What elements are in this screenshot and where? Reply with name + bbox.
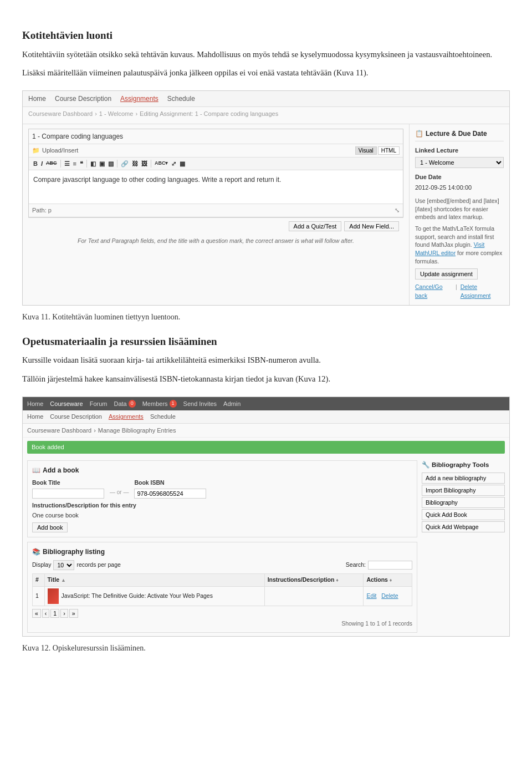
toolbar-align-left[interactable]: ◧	[89, 159, 97, 169]
bibliography-table: # Title ▲ Instructions/Description ♦ Act…	[32, 573, 412, 606]
breadcrumb-dashboard[interactable]: Courseware Dashboard	[28, 109, 93, 119]
delete-link[interactable]: Delete Assignment	[461, 283, 504, 301]
nav-course-description[interactable]: Course Description	[55, 94, 111, 104]
breadcrumb-sep2: ›	[135, 109, 137, 119]
listing-controls: Display 10 records per page Search:	[32, 560, 412, 570]
toolbar-ol[interactable]: ≡	[72, 159, 78, 169]
col-description[interactable]: Instructions/Description ♦	[264, 573, 364, 586]
nav2-home[interactable]: Home	[27, 399, 43, 409]
col-actions[interactable]: Actions ♦	[364, 573, 412, 586]
add-book-button[interactable]: Add book	[32, 522, 68, 532]
tools-title: 🔧 Bibliography Tools	[422, 460, 505, 470]
breadcrumb2-manage[interactable]: Manage Bibliography Entries	[98, 426, 176, 435]
toolbar-abc[interactable]: ABC	[45, 160, 58, 167]
book-isbn-input[interactable]	[134, 489, 206, 499]
nav2-admin[interactable]: Admin	[223, 399, 241, 409]
import-bibliography-button[interactable]: Import Bibliography	[422, 485, 505, 496]
display-controls: Display 10 records per page	[32, 560, 121, 570]
links-sep: |	[456, 283, 457, 301]
section2-para1: Kurssille voidaan lisätä suoraan kirja- …	[22, 354, 510, 367]
delete-link[interactable]: Delete	[381, 592, 398, 599]
toolbar-align-right[interactable]: ▧	[107, 159, 115, 169]
visual-button[interactable]: Visual	[355, 146, 377, 155]
row-num: 1	[33, 586, 45, 606]
row-actions: Edit Delete	[364, 586, 412, 606]
bibliography-listing: 📚 Bibliography listing Display 10 record…	[27, 542, 417, 633]
linked-lecture-select[interactable]: 1 - Welcome	[415, 157, 504, 168]
quick-add-webpage-button[interactable]: Quick Add Webpage	[422, 521, 505, 532]
row-description	[264, 586, 364, 606]
col-title[interactable]: Title ▲	[44, 573, 264, 586]
sidebar-title: 📋 Lecture & Due Date	[415, 129, 504, 141]
page-1[interactable]: 1	[50, 609, 59, 618]
page-first[interactable]: «	[32, 609, 41, 618]
book-title-group: Book Title	[32, 479, 104, 499]
breadcrumb-editing: Editing Assignment: 1 - Compare coding l…	[140, 109, 278, 119]
nav2-send-invites[interactable]: Send Invites	[183, 399, 217, 409]
toolbar-unlink[interactable]: ⛓	[131, 159, 139, 169]
nav-schedule[interactable]: Schedule	[167, 94, 195, 104]
edit-link[interactable]: Edit	[366, 592, 376, 599]
toolbar-spellcheck[interactable]: ABC▾	[154, 160, 170, 167]
page-prev[interactable]: ‹	[42, 609, 50, 618]
toolbar-fullscreen[interactable]: ⤢	[170, 159, 177, 169]
row-title: JavaScript: The Definitive Guide: Activa…	[44, 586, 264, 606]
visual-html-toggle: Visual HTML	[355, 146, 400, 155]
tools-title-text: Bibliography Tools	[432, 460, 489, 470]
editor-top-bar: 📁 Upload/Insert Visual HTML	[29, 144, 403, 158]
book-title-input[interactable]	[32, 489, 104, 499]
toolbar-sep4	[151, 160, 151, 167]
breadcrumb2-sep: ›	[94, 426, 96, 435]
bibliography-button[interactable]: Bibliography	[422, 497, 505, 508]
pagination: « ‹ 1 › »	[32, 609, 412, 618]
figure2-main: 📖 Add a book Book Title — or — Book ISBN…	[27, 460, 417, 633]
breadcrumb-welcome[interactable]: 1 - Welcome	[99, 109, 134, 119]
subnav2-course-description[interactable]: Course Description	[50, 412, 102, 421]
page-last[interactable]: »	[69, 609, 78, 618]
search-label: Search:	[346, 561, 366, 570]
update-assignment-button[interactable]: Update assignment	[415, 268, 478, 280]
add-book-form: 📖 Add a book Book Title — or — Book ISBN…	[27, 460, 417, 537]
book-icon: 📖	[32, 465, 40, 475]
listing-title: 📚 Bibliography listing	[32, 547, 412, 557]
add-new-bibliography-button[interactable]: Add a new bibliography	[422, 473, 505, 484]
nav2-members[interactable]: Members	[142, 399, 168, 409]
breadcrumb2-dashboard[interactable]: Courseware Dashboard	[27, 426, 91, 435]
linked-lecture-label: Linked Lecture	[415, 146, 504, 155]
nav2-forum[interactable]: Forum	[90, 399, 108, 409]
subnav2-assignments[interactable]: Assignments	[109, 412, 144, 421]
toolbar-italic[interactable]: I	[40, 159, 44, 169]
add-quiz-button[interactable]: Add a Quiz/Test	[289, 221, 342, 231]
toolbar-link[interactable]: 🔗	[120, 159, 130, 169]
section1-para1: Kotitehtäviin syötetään otsikko sekä teh…	[22, 48, 510, 61]
upload-insert[interactable]: 📁 Upload/Insert	[32, 146, 78, 155]
sidebar-title-text: Lecture & Due Date	[426, 129, 487, 139]
search-input[interactable]	[368, 561, 412, 570]
toolbar-img[interactable]: 🖼	[140, 159, 149, 169]
toolbar-more[interactable]: ▦	[178, 159, 186, 169]
cancel-link[interactable]: Cancel/Go back	[415, 283, 452, 301]
nav2-courseware[interactable]: Courseware	[50, 399, 83, 409]
toolbar-ul[interactable]: ☰	[63, 159, 71, 169]
resize-icon: ⤡	[395, 206, 400, 215]
page-next[interactable]: ›	[60, 609, 68, 618]
display-select[interactable]: 10	[53, 560, 74, 570]
nav2-data[interactable]: Data	[114, 399, 126, 409]
subnav2-schedule[interactable]: Schedule	[150, 412, 176, 421]
toolbar-align-center[interactable]: ▣	[98, 159, 106, 169]
nav-assignments[interactable]: Assignments	[120, 94, 158, 104]
editor-content-area[interactable]: Compare javascript language to other cod…	[29, 170, 403, 204]
toolbar-bold[interactable]: B	[32, 159, 39, 169]
add-field-button[interactable]: Add New Field...	[344, 221, 399, 231]
figure1-box: Home Course Description Assignments Sche…	[22, 90, 510, 306]
html-button[interactable]: HTML	[378, 146, 400, 155]
editor-title: 1 - Compare coding languages	[29, 129, 403, 144]
quick-add-book-button[interactable]: Quick Add Book	[422, 509, 505, 520]
editor-container: 1 - Compare coding languages 📁 Upload/In…	[28, 129, 403, 217]
figure2-body: 📖 Add a book Book Title — or — Book ISBN…	[23, 457, 509, 637]
subnav2-home[interactable]: Home	[27, 412, 43, 421]
toolbar-blockquote[interactable]: ❝	[79, 159, 84, 169]
editor-toolbar: B I ABC ☰ ≡ ❝ ◧ ▣ ▧ 🔗 ⛓ 🖼 ABC▾	[29, 158, 403, 171]
nav-home[interactable]: Home	[28, 94, 46, 104]
desc-label: Instructions/Description for this entry	[32, 501, 412, 510]
